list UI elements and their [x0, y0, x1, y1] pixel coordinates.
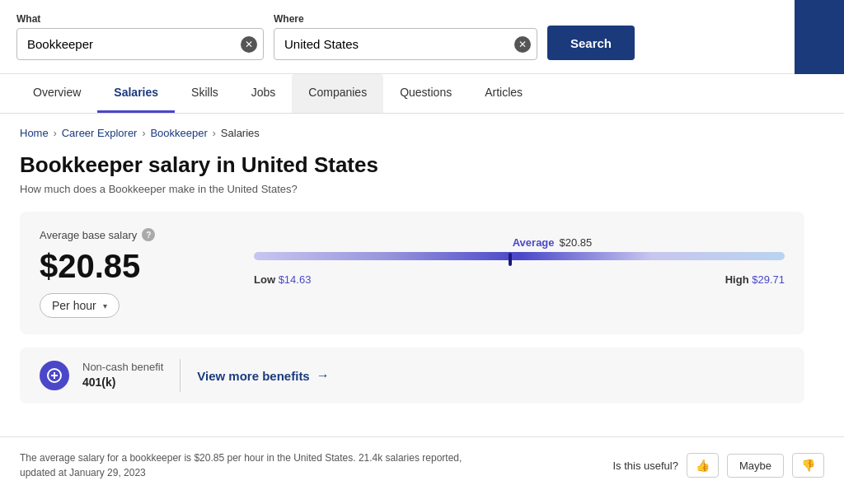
what-clear-button[interactable]: ✕ [241, 36, 257, 53]
what-label: What [16, 13, 264, 25]
maybe-button[interactable]: Maybe [727, 454, 784, 478]
chevron-down-icon: ▾ [103, 301, 107, 310]
low-text: Low [254, 273, 275, 286]
thumbs-down-button[interactable]: 👎 [792, 453, 824, 478]
breadcrumb-home[interactable]: Home [20, 127, 49, 139]
chart-avg-label: Average $20.85 [254, 236, 785, 249]
benefit-name: 401(k) [82, 375, 163, 391]
breadcrumb-bookkeeper[interactable]: Bookkeeper [150, 127, 207, 139]
useful-label: Is this useful? [612, 460, 678, 472]
view-benefits-label: View more benefits [197, 369, 309, 383]
salary-chart: Average $20.85 Low $14.63 High $29.71 [254, 228, 785, 286]
breadcrumb-sep-3: › [213, 128, 216, 139]
per-hour-label: Per hour [52, 299, 96, 312]
breadcrumb-career-explorer[interactable]: Career Explorer [62, 127, 138, 139]
what-input-wrap: ✕ [16, 28, 264, 60]
low-value: $14.63 [279, 273, 312, 286]
chart-labels: Low $14.63 High $29.71 [254, 273, 785, 286]
thumbs-up-button[interactable]: 👍 [687, 453, 719, 478]
footer-note: The average salary for a bookkeeper is $… [0, 436, 844, 493]
benefit-text: Non-cash benefit 401(k) [82, 360, 163, 391]
breadcrumb-sep-2: › [142, 128, 145, 139]
breadcrumb-sep-1: › [54, 128, 57, 139]
where-input[interactable] [274, 28, 537, 60]
tab-companies[interactable]: Companies [292, 74, 383, 113]
navy-accent-block [795, 0, 844, 74]
thumbs-down-icon: 👎 [801, 459, 815, 472]
chart-bar-container [254, 252, 785, 267]
tab-articles[interactable]: Articles [468, 74, 539, 113]
non-cash-label: Non-cash benefit [82, 360, 163, 375]
view-more-benefits-link[interactable]: View more benefits → [197, 368, 329, 383]
avg-base-text: Average base salary [40, 229, 137, 241]
arrow-right-icon: → [316, 368, 330, 383]
thumbs-up-icon: 👍 [696, 459, 710, 472]
benefit-icon [40, 361, 69, 390]
help-icon[interactable]: ? [142, 228, 155, 241]
tab-salaries[interactable]: Salaries [97, 74, 175, 113]
what-field: What ✕ [16, 13, 264, 60]
benefit-divider [180, 359, 181, 392]
useful-section: Is this useful? 👍 Maybe 👎 [612, 453, 824, 478]
tab-questions[interactable]: Questions [383, 74, 468, 113]
tab-overview[interactable]: Overview [16, 74, 97, 113]
page-title: Bookkeeper salary in United States [20, 152, 804, 178]
where-clear-button[interactable]: ✕ [514, 36, 531, 53]
high-value: $29.71 [752, 273, 785, 286]
search-button[interactable]: Search [547, 26, 635, 60]
nav-tabs: Overview Salaries Skills Jobs Companies … [0, 74, 844, 114]
main-content: Home › Career Explorer › Bookkeeper › Sa… [0, 114, 824, 436]
benefit-svg-icon [47, 368, 62, 383]
chart-high-label: High $29.71 [725, 273, 785, 286]
page-subtitle: How much does a Bookkeeper make in the U… [20, 183, 804, 195]
chart-bar [254, 252, 785, 260]
tab-jobs[interactable]: Jobs [235, 74, 293, 113]
where-input-wrap: ✕ [274, 28, 537, 60]
salary-amount: $20.85 [40, 248, 221, 285]
avg-base-label: Average base salary ? [40, 228, 221, 241]
high-text: High [725, 273, 749, 286]
per-hour-dropdown[interactable]: Per hour ▾ [40, 293, 120, 318]
chart-low-label: Low $14.63 [254, 273, 311, 286]
search-bar: What ✕ Where ✕ Search [0, 0, 844, 74]
breadcrumb: Home › Career Explorer › Bookkeeper › Sa… [20, 127, 804, 139]
footer-text: The average salary for a bookkeeper is $… [20, 450, 498, 480]
benefit-row: Non-cash benefit 401(k) View more benefi… [20, 348, 804, 404]
tab-skills[interactable]: Skills [175, 74, 235, 113]
salary-left: Average base salary ? $20.85 Per hour ▾ [40, 228, 221, 318]
salary-card: Average base salary ? $20.85 Per hour ▾ … [20, 212, 804, 334]
breadcrumb-current: Salaries [221, 127, 260, 139]
chart-avg-text: Average [513, 236, 555, 249]
where-field: Where ✕ [274, 13, 537, 60]
chart-average-marker [509, 253, 512, 266]
where-label: Where [274, 13, 537, 25]
chart-avg-value: $20.85 [560, 236, 593, 249]
what-input[interactable] [16, 28, 264, 60]
